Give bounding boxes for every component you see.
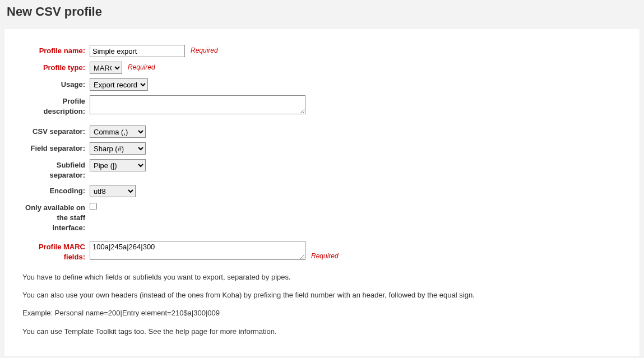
- usage-label: Usage:: [22, 78, 90, 90]
- required-hint: Required: [191, 45, 218, 54]
- help-line: Example: Personal name=200|Entry element…: [22, 308, 622, 318]
- help-line: You can use Template Toolkit tags too. S…: [22, 327, 622, 337]
- subfield-separator-label: Subfield separator:: [22, 159, 90, 180]
- profile-type-label: Profile type:: [22, 62, 90, 73]
- help-line: You have to define which fields or subfi…: [22, 272, 622, 282]
- profile-description-textarea[interactable]: [90, 95, 305, 114]
- profile-name-label: Profile name:: [22, 45, 90, 56]
- subfield-separator-select[interactable]: Pipe (|): [90, 159, 146, 171]
- required-hint: Required: [311, 250, 339, 260]
- required-hint: Required: [128, 62, 155, 71]
- page-title: New CSV profile: [0, 0, 644, 26]
- staff-only-checkbox[interactable]: [90, 203, 97, 210]
- encoding-label: Encoding:: [22, 185, 90, 196]
- staff-only-label: Only available on the staff interface:: [22, 202, 90, 233]
- csv-separator-select[interactable]: Comma (,): [90, 125, 146, 138]
- field-separator-select[interactable]: Sharp (#): [90, 142, 146, 155]
- profile-name-input[interactable]: [90, 45, 185, 57]
- help-text: You have to define which fields or subfi…: [22, 272, 622, 337]
- profile-description-label: Profile description:: [22, 95, 90, 117]
- csv-separator-label: CSV separator:: [22, 125, 90, 137]
- usage-select[interactable]: Export records: [90, 78, 148, 91]
- help-line: You can also use your own headers (inste…: [22, 290, 622, 300]
- marc-fields-textarea[interactable]: <span class="underline-red">100a|245a</s…: [90, 241, 305, 260]
- field-separator-label: Field separator:: [22, 142, 90, 154]
- profile-type-select[interactable]: MARC: [90, 62, 122, 74]
- marc-fields-label: Profile MARC fields:: [22, 241, 90, 262]
- form-panel: Profile name: Required Profile type: MAR…: [4, 29, 640, 356]
- encoding-select[interactable]: utf8: [90, 185, 136, 197]
